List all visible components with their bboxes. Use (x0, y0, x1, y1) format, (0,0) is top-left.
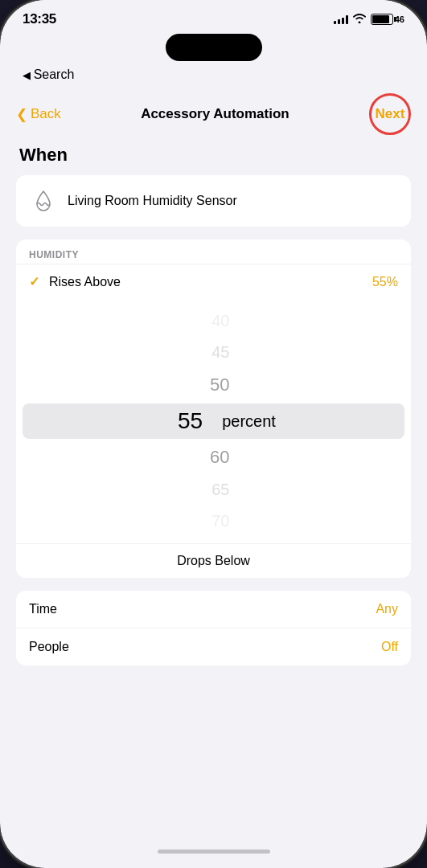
checkmark-icon: ✓ (29, 274, 39, 289)
picker-value-45: 45 (179, 343, 243, 362)
back-chevron-icon: ❮ (16, 106, 27, 123)
picker-item-60[interactable]: 60 (16, 440, 411, 474)
rises-above-row[interactable]: ✓ Rises Above 55% (16, 264, 411, 299)
people-label: People (29, 640, 69, 654)
time-label: Time (29, 602, 57, 616)
phone-frame: 13:35 46 (0, 0, 427, 868)
next-button[interactable]: Next (369, 93, 411, 135)
picker-item-55[interactable]: 55 percent (16, 402, 411, 440)
rises-above-value: 55% (372, 275, 398, 289)
back-button[interactable]: ❮ Back (16, 106, 61, 123)
value-picker[interactable]: 40 45 50 55 percent (16, 299, 411, 543)
humidity-section-label: HUMIDITY (16, 240, 411, 264)
time-row[interactable]: Time Any (16, 591, 411, 628)
picker-value-65: 65 (179, 481, 243, 499)
search-back-button[interactable]: Search (23, 68, 74, 81)
dynamic-island (166, 34, 262, 61)
sensor-name: Living Room Humidity Sensor (68, 194, 237, 208)
picker-value-60: 60 (179, 447, 243, 468)
status-icons: 46 (334, 14, 404, 26)
status-time: 13:35 (23, 11, 56, 27)
nav-bar: ❮ Back Accessory Automation Next (0, 87, 427, 145)
picker-unit-55: percent (216, 412, 276, 431)
search-bar: Search (0, 64, 427, 87)
screen: 13:35 46 (0, 0, 427, 868)
picker-item-40[interactable]: 40 (16, 305, 411, 337)
page-title: Accessory Automation (141, 106, 289, 122)
status-bar: 13:35 46 (0, 0, 427, 34)
picker-value-55: 55 (151, 408, 216, 434)
wifi-icon (353, 14, 366, 26)
drops-below-label: Drops Below (177, 554, 250, 567)
drops-below-row[interactable]: Drops Below (16, 543, 411, 578)
home-indicator (158, 850, 270, 854)
people-value: Off (381, 640, 398, 654)
bottom-bar (0, 841, 427, 868)
picker-item-50[interactable]: 50 (16, 368, 411, 402)
sensor-card[interactable]: Living Room Humidity Sensor (16, 175, 411, 227)
when-heading: When (16, 145, 411, 166)
battery-icon: 46 (371, 14, 404, 25)
picker-value-70: 70 (179, 512, 243, 530)
picker-item-70[interactable]: 70 (16, 506, 411, 537)
picker-value-50: 50 (179, 375, 243, 395)
picker-item-45[interactable]: 45 (16, 337, 411, 368)
humidity-card: HUMIDITY ✓ Rises Above 55% 40 45 (16, 240, 411, 578)
rises-above-label: Rises Above (49, 275, 372, 289)
signal-icon (334, 14, 348, 24)
main-content: When Living Room Humidity Sensor HUMIDIT… (0, 145, 427, 841)
humidity-sensor-icon (29, 186, 58, 215)
people-row[interactable]: People Off (16, 628, 411, 665)
time-value: Any (376, 602, 398, 616)
settings-card: Time Any People Off (16, 591, 411, 665)
picker-item-65[interactable]: 65 (16, 474, 411, 506)
picker-value-40: 40 (179, 312, 243, 330)
back-label: Back (31, 106, 61, 122)
sensor-item: Living Room Humidity Sensor (16, 175, 411, 227)
